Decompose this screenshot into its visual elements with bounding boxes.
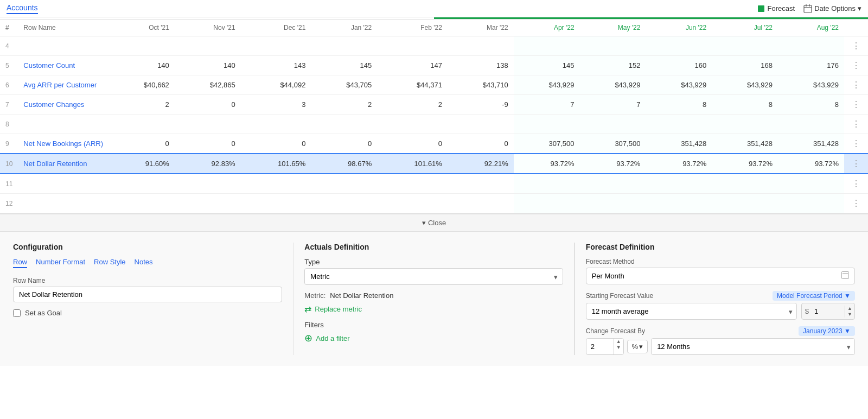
row-cell: $43,710 xyxy=(448,75,514,95)
table-row: 10Net Dollar Retention91.60%92.83%101.65… xyxy=(0,154,868,174)
row-actions[interactable]: ⋮ xyxy=(844,174,868,194)
row-cell: 0 xyxy=(241,134,311,154)
actuals-definition-title: Actuals Definition xyxy=(304,243,563,251)
row-cell: 143 xyxy=(241,56,311,75)
row-cell: $43,929 xyxy=(514,75,580,95)
percent-button[interactable]: % ▾ xyxy=(627,340,648,353)
set-as-goal-label: Set as Goal xyxy=(25,309,62,317)
forecast-line xyxy=(434,17,868,19)
row-cell: 147 xyxy=(377,56,448,75)
tab-row[interactable]: Row xyxy=(13,258,27,268)
row-cell: 351,428 xyxy=(712,134,778,154)
row-menu-icon[interactable]: ⋮ xyxy=(850,61,863,70)
row-cell xyxy=(580,174,646,194)
tab-row-style[interactable]: Row Style xyxy=(94,258,126,268)
row-cell: $43,705 xyxy=(311,75,377,95)
tab-number-format[interactable]: Number Format xyxy=(36,258,85,268)
row-name-cell[interactable]: Customer Count xyxy=(18,56,108,75)
row-cell xyxy=(778,36,844,56)
row-name-cell[interactable]: Customer Changes xyxy=(18,95,108,115)
replace-metric-button[interactable]: ⇄ Replace metric xyxy=(304,304,362,314)
type-select[interactable]: Metric xyxy=(304,268,563,285)
spin-up[interactable]: ▲ xyxy=(845,306,854,312)
row-menu-icon[interactable]: ⋮ xyxy=(850,41,863,50)
row-cell: $43,929 xyxy=(712,75,778,95)
row-cell: 7 xyxy=(514,95,580,115)
row-cell: 2 xyxy=(311,95,377,115)
forecast-method-button[interactable]: Per Month xyxy=(586,268,855,284)
date-options-button[interactable]: Date Options ▾ xyxy=(803,4,861,13)
row-name-cell[interactable]: Net Dollar Retention xyxy=(18,154,108,174)
row-cell: 351,428 xyxy=(778,134,844,154)
row-cell xyxy=(646,174,712,194)
row-cell: 140 xyxy=(108,56,175,75)
change-spin-up[interactable]: ▲ xyxy=(614,339,623,345)
row-number: 10 xyxy=(0,154,18,174)
row-name-input[interactable] xyxy=(13,287,282,302)
row-actions[interactable]: ⋮ xyxy=(844,75,868,95)
row-menu-icon[interactable]: ⋮ xyxy=(850,199,863,208)
date-options-chevron: ▾ xyxy=(858,4,861,12)
row-actions[interactable]: ⋮ xyxy=(844,154,868,174)
row-cell: 8 xyxy=(712,95,778,115)
row-cell: 138 xyxy=(448,56,514,75)
row-cell: 101.65% xyxy=(241,154,311,174)
row-cell xyxy=(712,115,778,134)
set-as-goal-checkbox[interactable] xyxy=(13,309,21,317)
row-actions[interactable]: ⋮ xyxy=(844,134,868,154)
table-row: 12⋮ xyxy=(0,194,868,213)
panel-body: Configuration Row Number Format Row Styl… xyxy=(0,232,868,366)
row-cell: 168 xyxy=(712,56,778,75)
row-cell: 176 xyxy=(778,56,844,75)
dollar-input[interactable] xyxy=(812,303,845,319)
change-spin-down[interactable]: ▼ xyxy=(614,345,623,351)
row-name-cell[interactable]: Net New Bookings (ARR) xyxy=(18,134,108,154)
dollar-input-wrap: $ ▲ ▼ xyxy=(801,303,855,320)
row-menu-icon[interactable]: ⋮ xyxy=(850,80,863,90)
table-row: 7Customer Changes20322-977888⋮ xyxy=(0,95,868,115)
row-menu-icon[interactable]: ⋮ xyxy=(850,139,863,148)
row-cell: 307,500 xyxy=(514,134,580,154)
spin-down[interactable]: ▼ xyxy=(845,312,854,318)
row-cell xyxy=(778,174,844,194)
row-number: 8 xyxy=(0,115,18,134)
row-cell: 0 xyxy=(175,134,241,154)
row-menu-icon[interactable]: ⋮ xyxy=(850,179,863,188)
row-cell xyxy=(377,174,448,194)
january-button[interactable]: January 2023 ▼ xyxy=(799,326,855,336)
row-actions[interactable]: ⋮ xyxy=(844,194,868,213)
row-cell: 351,428 xyxy=(646,134,712,154)
months-select[interactable]: 12 Months 6 Months 3 Months xyxy=(651,338,855,355)
row-name-cell[interactable]: Avg ARR per Customer xyxy=(18,75,108,95)
metric-row: Metric: Net Dollar Retention xyxy=(304,291,563,300)
close-bar[interactable]: ▾ Close xyxy=(0,214,868,232)
row-menu-icon[interactable]: ⋮ xyxy=(850,159,863,168)
row-cell: 91.60% xyxy=(108,154,175,174)
row-actions[interactable]: ⋮ xyxy=(844,95,868,115)
row-cell: 0 xyxy=(448,134,514,154)
row-actions[interactable]: ⋮ xyxy=(844,115,868,134)
close-label: Close xyxy=(428,219,446,227)
row-menu-icon[interactable]: ⋮ xyxy=(850,100,863,109)
col-jan22: Jan '22 xyxy=(311,20,377,36)
metric-value: Net Dollar Retention xyxy=(330,291,393,300)
replace-icon: ⇄ xyxy=(304,304,311,314)
row-actions[interactable]: ⋮ xyxy=(844,56,868,75)
row-menu-icon[interactable]: ⋮ xyxy=(850,119,863,129)
model-forecast-button[interactable]: Model Forecast Period ▼ xyxy=(773,291,855,301)
add-filter-button[interactable]: ⊕ Add a filter xyxy=(304,332,349,344)
row-actions[interactable]: ⋮ xyxy=(844,36,868,56)
table-row: 4⋮ xyxy=(0,36,868,56)
row-cell: 8 xyxy=(646,95,712,115)
row-cell: $44,371 xyxy=(377,75,448,95)
change-number-input[interactable] xyxy=(586,339,614,354)
starting-select[interactable]: 12 month average Last month Manual xyxy=(586,303,797,320)
row-cell xyxy=(646,36,712,56)
main-table: # Row Name Oct '21 Nov '21 Dec '21 Jan '… xyxy=(0,20,868,213)
calendar-icon xyxy=(803,4,812,13)
configuration-section: Configuration Row Number Format Row Styl… xyxy=(13,243,293,355)
tab-notes[interactable]: Notes xyxy=(135,258,153,268)
row-cell: $40,662 xyxy=(108,75,175,95)
accounts-link[interactable]: Accounts xyxy=(7,3,38,14)
forecast-value-row: 12 month average Last month Manual $ ▲ ▼ xyxy=(586,303,855,320)
